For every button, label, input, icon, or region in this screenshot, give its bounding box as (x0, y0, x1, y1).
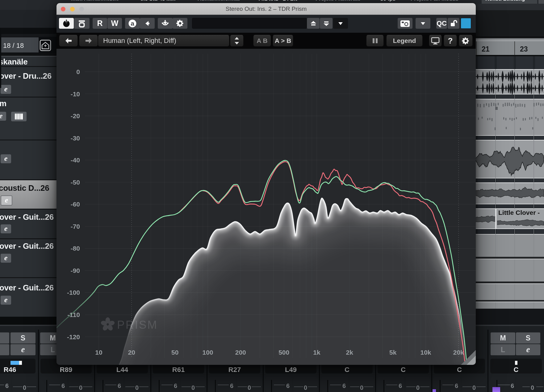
svg-text:a: a (131, 20, 134, 27)
svg-text:20: 20 (128, 349, 135, 356)
svg-text:-40: -40 (71, 156, 80, 164)
svg-text:2k: 2k (346, 349, 354, 356)
svg-text:50: 50 (171, 349, 178, 356)
svg-text:-90: -90 (71, 267, 80, 274)
svg-text:1k: 1k (313, 349, 320, 356)
svg-text:500: 500 (278, 349, 289, 356)
svg-text:23: 23 (520, 45, 528, 53)
svg-text:-20: -20 (71, 112, 80, 119)
svg-text:5k: 5k (389, 349, 397, 356)
svg-text:Little Clover -: Little Clover - (498, 209, 540, 216)
svg-text:-70: -70 (71, 223, 80, 230)
svg-text:10k: 10k (420, 349, 431, 356)
svg-text:-50: -50 (71, 179, 80, 186)
svg-text:-10: -10 (71, 90, 80, 98)
svg-text:-60: -60 (71, 201, 80, 208)
svg-text:-80: -80 (71, 245, 80, 252)
svg-text:0: 0 (76, 68, 80, 75)
svg-text:10: 10 (95, 349, 102, 356)
svg-text:100: 100 (202, 349, 213, 356)
svg-text:-100: -100 (67, 289, 80, 296)
svg-text:200: 200 (235, 349, 246, 356)
svg-text:21: 21 (482, 45, 490, 53)
svg-text:PRISM: PRISM (117, 319, 158, 331)
svg-text:-120: -120 (67, 333, 80, 340)
svg-text:-30: -30 (71, 135, 80, 142)
